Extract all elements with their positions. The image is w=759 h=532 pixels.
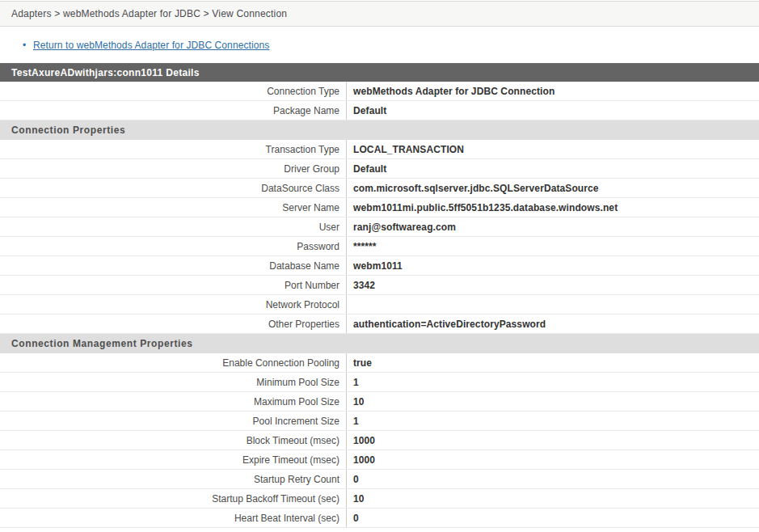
table-row-datasource-class: DataSource Class com.microsoft.sqlserver… <box>0 179 759 198</box>
return-link-row: • Return to webMethods Adapter for JDBC … <box>0 27 759 63</box>
row-value: 0 <box>347 509 759 527</box>
connection-details-table: TestAxureADwithjars:conn1011 Details Con… <box>0 63 759 528</box>
table-row-user: User ranj@softwareag.com <box>0 217 759 237</box>
details-title: TestAxureADwithjars:conn1011 Details <box>11 67 200 78</box>
section-header-connection-properties: Connection Properties <box>0 120 759 140</box>
row-value: 1 <box>347 373 759 391</box>
row-value: true <box>347 353 759 372</box>
table-row-minimum-pool-size: Minimum Pool Size 1 <box>0 373 759 392</box>
row-label: Password <box>0 237 347 255</box>
row-label: Block Timeout (msec) <box>0 431 347 450</box>
table-row-expire-timeout: Expire Timeout (msec) 1000 <box>0 450 759 470</box>
row-label: Enable Connection Pooling <box>0 353 347 372</box>
table-row-network-protocol: Network Protocol <box>0 295 759 315</box>
row-label: Pool Increment Size <box>0 412 347 430</box>
row-value: authentication=ActiveDirectoryPassword <box>347 315 759 333</box>
table-row-other-properties: Other Properties authentication=ActiveDi… <box>0 315 759 334</box>
bullet-icon: • <box>23 40 33 51</box>
row-value: 0 <box>347 470 759 488</box>
table-row-startup-backoff-timeout: Startup Backoff Timeout (sec) 10 <box>0 489 759 509</box>
row-label: Package Name <box>0 101 347 120</box>
row-value: 1000 <box>347 450 759 469</box>
row-value: webMethods Adapter for JDBC Connection <box>347 82 759 100</box>
section-title: Connection Management Properties <box>11 338 193 349</box>
row-value: LOCAL_TRANSACTION <box>347 140 759 158</box>
row-label: DataSource Class <box>0 179 347 197</box>
row-label: Server Name <box>0 198 347 217</box>
details-title-bar: TestAxureADwithjars:conn1011 Details <box>0 63 759 82</box>
table-row-startup-retry-count: Startup Retry Count 0 <box>0 470 759 489</box>
row-label: Other Properties <box>0 315 347 333</box>
row-label: Startup Retry Count <box>0 470 347 488</box>
return-to-connections-link[interactable]: Return to webMethods Adapter for JDBC Co… <box>33 40 269 51</box>
table-row-transaction-type: Transaction Type LOCAL_TRANSACTION <box>0 140 759 159</box>
row-label: Port Number <box>0 276 347 294</box>
row-label: Database Name <box>0 256 347 275</box>
table-row-pool-increment-size: Pool Increment Size 1 <box>0 412 759 431</box>
row-label: Driver Group <box>0 159 347 178</box>
row-label: User <box>0 217 347 236</box>
table-row-port-number: Port Number 3342 <box>0 276 759 295</box>
row-label: Startup Backoff Timeout (sec) <box>0 489 347 508</box>
row-value: com.microsoft.sqlserver.jdbc.SQLServerDa… <box>347 179 759 197</box>
row-label: Expire Timeout (msec) <box>0 450 347 469</box>
row-value: 10 <box>347 392 759 411</box>
row-value: 1000 <box>347 431 759 450</box>
row-value: ranj@softwareag.com <box>347 217 759 236</box>
row-value: webm1011 <box>347 256 759 275</box>
section-title: Connection Properties <box>11 125 125 136</box>
table-row-enable-connection-pooling: Enable Connection Pooling true <box>0 353 759 373</box>
row-label: Connection Type <box>0 82 347 100</box>
breadcrumb: Adapters > webMethods Adapter for JDBC >… <box>11 8 287 19</box>
row-label: Transaction Type <box>0 140 347 158</box>
row-value: Default <box>347 159 759 178</box>
row-label: Maximum Pool Size <box>0 392 347 411</box>
row-value: 10 <box>347 489 759 508</box>
row-value: ****** <box>347 237 759 255</box>
row-value: webm1011mi.public.5ff5051b1235.database.… <box>347 198 759 217</box>
table-row-heart-beat-interval: Heart Beat Interval (sec) 0 <box>0 509 759 528</box>
table-row-connection-type: Connection Type webMethods Adapter for J… <box>0 82 759 101</box>
breadcrumb-bar: Adapters > webMethods Adapter for JDBC >… <box>0 1 759 27</box>
table-row-driver-group: Driver Group Default <box>0 159 759 179</box>
row-label: Network Protocol <box>0 295 347 314</box>
table-row-database-name: Database Name webm1011 <box>0 256 759 276</box>
row-label: Minimum Pool Size <box>0 373 347 391</box>
table-row-server-name: Server Name webm1011mi.public.5ff5051b12… <box>0 198 759 217</box>
table-row-block-timeout: Block Timeout (msec) 1000 <box>0 431 759 450</box>
table-row-maximum-pool-size: Maximum Pool Size 10 <box>0 392 759 412</box>
row-value: 3342 <box>347 276 759 294</box>
row-value: 1 <box>347 412 759 430</box>
section-header-connection-management-properties: Connection Management Properties <box>0 334 759 353</box>
row-value <box>347 295 759 314</box>
table-row-password: Password ****** <box>0 237 759 256</box>
row-value: Default <box>347 101 759 120</box>
row-label: Heart Beat Interval (sec) <box>0 509 347 527</box>
table-row-package-name: Package Name Default <box>0 101 759 120</box>
